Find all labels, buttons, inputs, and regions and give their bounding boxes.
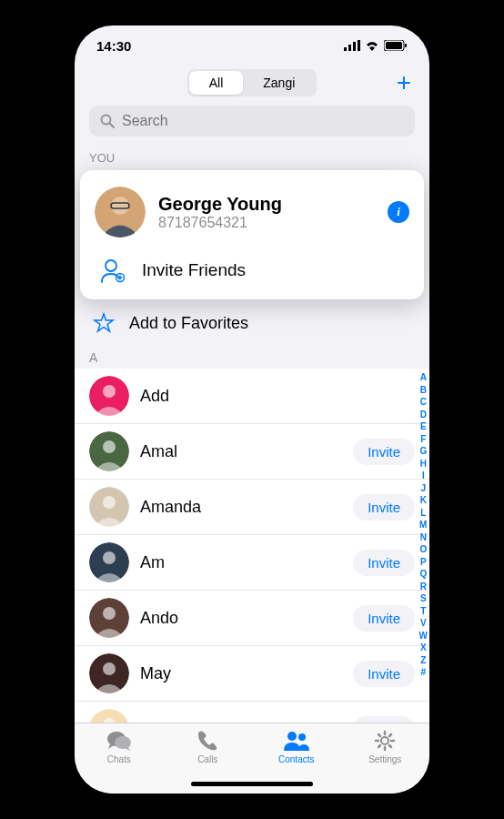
star-icon [93, 312, 115, 334]
contact-name: Amal [140, 442, 342, 461]
svg-point-32 [287, 732, 297, 741]
chats-icon [106, 729, 132, 753]
tab-all[interactable]: All [189, 71, 244, 95]
contact-item[interactable]: Add [75, 369, 429, 424]
svg-line-8 [110, 124, 115, 128]
home-indicator[interactable] [191, 782, 313, 786]
contact-avatar [89, 598, 129, 638]
phone-frame: 14:30 All Zangi + YOU George Young 87187… [75, 25, 429, 794]
index-letter[interactable]: R [419, 581, 428, 593]
search-bar[interactable] [89, 106, 415, 136]
add-button[interactable]: + [397, 68, 411, 97]
index-letter[interactable]: D [419, 409, 428, 421]
profile-number: 87187654321 [158, 215, 375, 231]
search-input[interactable] [122, 113, 404, 129]
svg-point-19 [103, 440, 116, 453]
index-letter[interactable]: L [419, 507, 428, 520]
index-letter[interactable]: # [419, 666, 428, 679]
contact-avatar [89, 542, 129, 582]
index-letter[interactable]: P [419, 556, 428, 569]
index-letter[interactable]: J [419, 482, 428, 495]
index-letter[interactable]: T [419, 605, 428, 618]
index-letter[interactable]: A [419, 371, 428, 384]
nav-settings[interactable]: Settings [353, 729, 417, 794]
invite-button[interactable]: Invite [353, 439, 415, 465]
contact-avatar [89, 487, 129, 527]
svg-point-17 [103, 385, 116, 398]
index-letter[interactable]: Q [419, 568, 428, 581]
svg-point-12 [106, 260, 116, 271]
index-letter[interactable]: X [419, 642, 428, 654]
index-letter[interactable]: Z [419, 654, 428, 667]
invite-button[interactable]: Invite [353, 661, 415, 687]
signal-icon [344, 40, 360, 51]
add-favorites-label: Add to Favorites [129, 314, 248, 333]
index-letter[interactable]: V [419, 617, 428, 630]
contact-name: Amanda [140, 498, 342, 517]
svg-point-21 [103, 496, 116, 509]
contact-item[interactable]: Amal Invite [75, 424, 429, 480]
contact-name: May [140, 664, 342, 683]
svg-rect-5 [386, 42, 402, 49]
calls-icon [196, 729, 219, 753]
contact-name: Am [140, 553, 342, 572]
invite-friends-label: Invite Friends [142, 260, 246, 280]
invite-button[interactable]: Invite [353, 494, 415, 521]
svg-point-31 [115, 736, 131, 749]
contacts-icon [282, 729, 311, 753]
tab-zangi[interactable]: Zangi [243, 71, 315, 95]
wifi-icon [365, 40, 379, 51]
contact-avatar [89, 653, 129, 693]
profile-avatar [95, 187, 146, 238]
index-letter[interactable]: E [419, 420, 428, 433]
nav-contacts-label: Contacts [278, 754, 314, 764]
status-time: 14:30 [96, 38, 131, 54]
invite-button[interactable]: Invite [353, 605, 415, 632]
index-letter[interactable]: I [419, 470, 428, 482]
contact-item[interactable]: Am Invite [75, 535, 429, 591]
status-icons [344, 40, 408, 51]
svg-point-25 [103, 607, 116, 620]
alpha-index[interactable]: ABCDEFGHIJKLMNOPQRSTVWXZ# [419, 371, 428, 679]
nav-settings-label: Settings [368, 754, 401, 764]
svg-rect-2 [353, 42, 356, 51]
index-letter[interactable]: G [419, 445, 428, 458]
svg-rect-1 [348, 45, 351, 51]
status-bar: 14:30 [75, 25, 429, 66]
segmented-control-row: All Zangi + [75, 66, 429, 106]
contact-name: Ando [140, 609, 342, 628]
battery-icon [384, 40, 408, 51]
svg-point-23 [103, 551, 116, 564]
svg-point-27 [103, 662, 116, 675]
contact-item[interactable]: Amanda Invite [75, 480, 429, 535]
index-letter[interactable]: O [419, 543, 428, 556]
svg-point-10 [111, 197, 129, 215]
invite-button[interactable]: Invite [353, 550, 415, 576]
index-letter[interactable]: S [419, 592, 428, 605]
index-letter[interactable]: C [419, 396, 428, 409]
index-letter[interactable]: N [419, 531, 428, 544]
info-button[interactable]: i [388, 201, 409, 223]
index-letter[interactable]: K [419, 494, 428, 507]
contact-item[interactable]: Ando Invite [75, 591, 429, 646]
index-letter[interactable]: F [419, 433, 428, 446]
svg-point-33 [298, 733, 306, 741]
add-favorites-row[interactable]: Add to Favorites [75, 299, 429, 347]
svg-point-34 [381, 737, 388, 744]
segmented-control: All Zangi [187, 69, 318, 96]
svg-rect-6 [405, 44, 407, 47]
nav-calls-label: Calls [197, 754, 217, 764]
index-letter[interactable]: W [419, 630, 428, 642]
search-icon [100, 114, 115, 128]
contact-item[interactable]: May Invite [75, 646, 429, 702]
letter-header-a: A [75, 347, 429, 369]
profile-card: George Young 87187654321 i Invite Friend… [80, 170, 424, 299]
nav-chats[interactable]: Chats [87, 729, 151, 794]
index-letter[interactable]: H [419, 458, 428, 470]
index-letter[interactable]: M [419, 519, 428, 531]
contact-list: Add Amal Invite Amanda Invite Am Invite [75, 369, 429, 757]
svg-rect-3 [358, 40, 360, 51]
contact-avatar [89, 376, 129, 416]
invite-friends-row[interactable]: Invite Friends [95, 258, 409, 283]
index-letter[interactable]: B [419, 384, 428, 397]
